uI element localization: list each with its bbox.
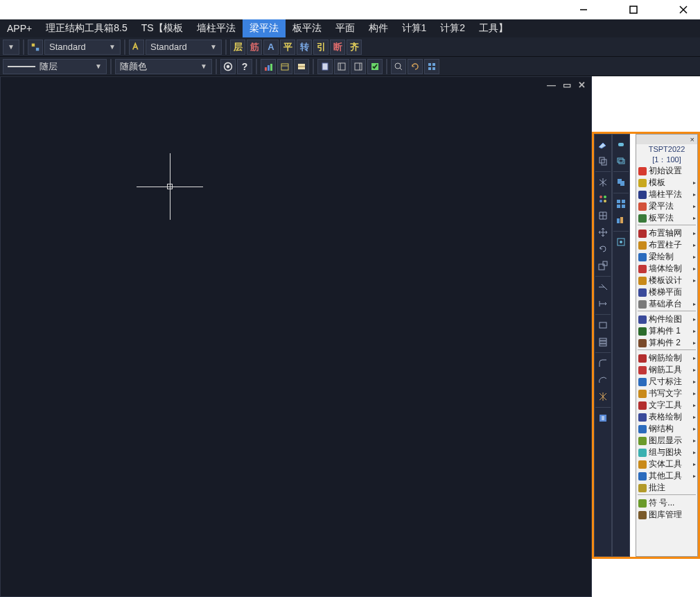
color-select[interactable]: 随颜色 ▼ bbox=[115, 59, 212, 74]
panel-item-20[interactable]: 尺寸标注▸ bbox=[636, 376, 697, 388]
vtool2-blocks-icon[interactable] bbox=[613, 213, 629, 228]
vtool-palette-icon[interactable] bbox=[595, 191, 611, 207]
panel-item-28[interactable]: 其他工具▸ bbox=[636, 470, 697, 482]
glyph-button-筋[interactable]: 筋 bbox=[247, 40, 262, 55]
tool-grid-button[interactable] bbox=[424, 59, 439, 74]
vtool2-eraser-icon[interactable] bbox=[613, 137, 629, 152]
panel-item-7[interactable]: 布置柱子▸ bbox=[636, 239, 697, 251]
panel-item-9[interactable]: 墙体绘制▸ bbox=[636, 263, 697, 275]
panel-item-1[interactable]: 模板▸ bbox=[636, 177, 697, 189]
tool-calendar-button[interactable] bbox=[277, 59, 292, 74]
vtool-explode-icon[interactable] bbox=[595, 389, 611, 404]
panel-item-10[interactable]: 楼板设计▸ bbox=[636, 275, 697, 286]
tool-refresh-button[interactable] bbox=[408, 59, 423, 74]
drawing-canvas[interactable]: — ▭ ✕ bbox=[0, 76, 592, 597]
window-maximize-button[interactable] bbox=[622, 0, 645, 19]
panel-item-23[interactable]: 表格绘制▸ bbox=[636, 411, 697, 423]
vtool-rect-icon[interactable] bbox=[595, 318, 611, 333]
dimstyle-icon[interactable] bbox=[28, 40, 43, 55]
panel-item-29[interactable]: 批注 bbox=[636, 482, 697, 494]
layer-linetype-select[interactable]: 随层 ▼ bbox=[3, 59, 107, 74]
menu-item-7[interactable]: 构件 bbox=[362, 19, 395, 37]
vtool-extend-icon[interactable] bbox=[595, 296, 611, 311]
drawing-minimize-icon[interactable]: — bbox=[547, 80, 556, 90]
glyph-button-A[interactable]: A bbox=[263, 40, 279, 55]
window-minimize-button[interactable] bbox=[572, 0, 595, 19]
panel-item-12[interactable]: 基础承台▸ bbox=[636, 298, 697, 310]
drawing-close-icon[interactable]: ✕ bbox=[578, 80, 586, 90]
vtool-mirror-icon[interactable] bbox=[595, 175, 611, 190]
vtool-trim-icon[interactable] bbox=[595, 279, 611, 295]
vtool2-squares-icon[interactable] bbox=[613, 196, 629, 211]
tool-table-button[interactable] bbox=[294, 59, 309, 74]
menu-item-9[interactable]: 计算2 bbox=[433, 19, 472, 37]
submenu-arrow-icon: ▸ bbox=[693, 242, 696, 248]
glyph-button-断[interactable]: 断 bbox=[330, 40, 345, 55]
panel-close-button[interactable]: × bbox=[636, 135, 697, 144]
panel-item-8[interactable]: 梁绘制▸ bbox=[636, 251, 697, 263]
vtool2-copy-icon[interactable] bbox=[613, 175, 629, 190]
glyph-button-转[interactable]: 转 bbox=[297, 40, 312, 55]
menu-item-3[interactable]: 墙柱平法 bbox=[190, 19, 243, 37]
panel-item-0[interactable]: 初始设置 bbox=[636, 165, 697, 177]
glyph-button-齐[interactable]: 齐 bbox=[347, 40, 362, 55]
vtool-scale-icon[interactable] bbox=[595, 258, 611, 273]
panel-item-27[interactable]: 实体工具▸ bbox=[636, 458, 697, 470]
glyph-button-层[interactable]: 层 bbox=[230, 40, 245, 55]
vtool2-detail-icon[interactable] bbox=[613, 234, 629, 250]
vtool-stack-icon[interactable] bbox=[595, 334, 611, 349]
panel-item-19[interactable]: 钢筋工具▸ bbox=[636, 364, 697, 376]
tool-doc3-button[interactable] bbox=[351, 59, 366, 74]
vtool-fillet-icon[interactable] bbox=[595, 356, 611, 371]
vtool-rotate-icon[interactable] bbox=[595, 241, 611, 257]
menu-item-2[interactable]: TS【模板 bbox=[134, 19, 190, 37]
menu-item-6[interactable]: 平面 bbox=[329, 19, 362, 37]
panel-item-4[interactable]: 板平法▸ bbox=[636, 212, 697, 224]
panel-item-26[interactable]: 组与图块▸ bbox=[636, 447, 697, 458]
tool-chart-button[interactable] bbox=[261, 59, 276, 74]
tool-search-button[interactable] bbox=[391, 59, 406, 74]
panel-item-16[interactable]: 算构件 2▸ bbox=[636, 337, 697, 349]
panel-item-31[interactable]: 符 号... bbox=[636, 497, 697, 509]
vtool-copy-icon[interactable] bbox=[595, 153, 611, 168]
panel-item-14[interactable]: 构件绘图▸ bbox=[636, 313, 697, 325]
vtool-eraser-icon[interactable] bbox=[595, 137, 611, 152]
panel-item-21[interactable]: 书写文字▸ bbox=[636, 388, 697, 399]
dimstyle-select[interactable]: Standard ▼ bbox=[44, 40, 121, 55]
tool-check-button[interactable] bbox=[367, 59, 383, 74]
tool-doc2-button[interactable] bbox=[334, 59, 349, 74]
submenu-arrow-icon: ▸ bbox=[693, 328, 696, 334]
layer-dropdown-small[interactable]: ▼ bbox=[3, 40, 19, 55]
tool-doc1-button[interactable] bbox=[317, 59, 333, 74]
panel-item-11[interactable]: 楼梯平面 bbox=[636, 286, 697, 298]
vtool2-layers-icon[interactable] bbox=[613, 153, 629, 168]
panel-item-3[interactable]: 梁平法▸ bbox=[636, 200, 697, 212]
drawing-maximize-icon[interactable]: ▭ bbox=[563, 80, 571, 90]
panel-item-6[interactable]: 布置轴网▸ bbox=[636, 227, 697, 239]
help-button[interactable]: ? bbox=[237, 59, 252, 74]
window-close-button[interactable] bbox=[672, 0, 694, 19]
menu-item-4[interactable]: 梁平法 bbox=[243, 19, 286, 37]
panel-item-25[interactable]: 图层显示▸ bbox=[636, 435, 697, 447]
panel-item-22[interactable]: 文字工具▸ bbox=[636, 399, 697, 411]
menu-item-0[interactable]: APP+ bbox=[0, 19, 39, 37]
submenu-arrow-icon: ▸ bbox=[693, 316, 696, 322]
textstyle-icon[interactable] bbox=[129, 40, 144, 55]
menu-item-10[interactable]: 工具】 bbox=[472, 19, 515, 37]
menu-item-1[interactable]: 理正结构工具箱8.5 bbox=[39, 19, 134, 37]
panel-item-32[interactable]: 图库管理 bbox=[636, 509, 697, 521]
menu-item-8[interactable]: 计算1 bbox=[395, 19, 434, 37]
panel-item-18[interactable]: 钢筋绘制▸ bbox=[636, 352, 697, 364]
vtool-move-icon[interactable] bbox=[595, 225, 611, 240]
help-reference-button[interactable]: ⦿ bbox=[220, 59, 236, 74]
vtool-arc-icon[interactable] bbox=[595, 372, 611, 388]
glyph-button-平[interactable]: 平 bbox=[280, 40, 295, 55]
vtool-properties-icon[interactable] bbox=[595, 410, 611, 426]
textstyle-select[interactable]: Standard ▼ bbox=[146, 40, 222, 55]
panel-item-15[interactable]: 算构件 1▸ bbox=[636, 325, 697, 337]
menu-item-5[interactable]: 板平法 bbox=[286, 19, 329, 37]
panel-item-2[interactable]: 墙柱平法▸ bbox=[636, 189, 697, 200]
panel-item-24[interactable]: 钢结构▸ bbox=[636, 423, 697, 435]
vtool-grid-icon[interactable] bbox=[595, 208, 611, 223]
glyph-button-引[interactable]: 引 bbox=[313, 40, 329, 55]
